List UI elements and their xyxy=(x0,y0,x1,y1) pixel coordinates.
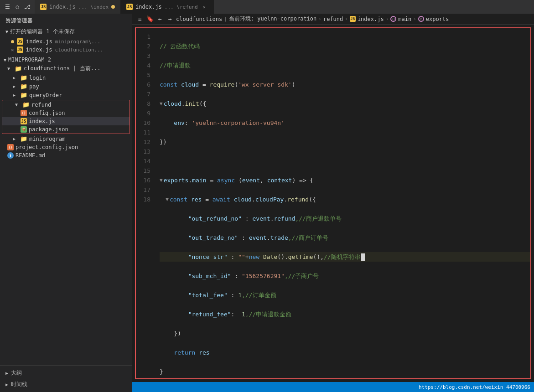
project-arrow: ▼ xyxy=(4,57,6,62)
folder-icon: 📁 xyxy=(15,65,22,72)
back-icon[interactable]: ← xyxy=(156,15,164,23)
file-index-js[interactable]: JS index.js xyxy=(2,117,130,125)
folder-name: cloudfunctions | 当前... xyxy=(24,65,101,72)
breadcrumb-func-icon: ○ xyxy=(390,16,396,22)
folder-icon: 📁 xyxy=(20,74,27,81)
editor-item-miniprogram[interactable]: JS index.js miniprogram\... xyxy=(0,37,132,46)
code-line-7 xyxy=(160,156,530,166)
code-container[interactable]: 1 2 3 4 5 6 7 8 9 10 11 12 13 14 xyxy=(132,25,534,382)
code-editor[interactable]: // 云函数代码 //申请退款 const cloud = require('w… xyxy=(156,28,530,379)
json-file-icon: {} xyxy=(7,144,14,150)
status-right: https://blog.csdn.net/weixin_44700966 xyxy=(419,384,530,390)
file-package-json[interactable]: 📦 package.json xyxy=(2,125,130,134)
project-name: MINIPROGRAM-2 xyxy=(8,57,51,63)
section-arrow: ▼ xyxy=(5,29,8,34)
timeline-panel[interactable]: ▶ 时间线 xyxy=(0,379,132,390)
sidebar: 资源管理器 ▼ 打开的编辑器 1 个未保存 JS index.js minipr… xyxy=(0,14,132,392)
folder-miniprogram[interactable]: ▶ 📁 miniprogram xyxy=(0,134,132,143)
open-editors-title[interactable]: ▼ 打开的编辑器 1 个未保存 xyxy=(0,26,132,37)
tab-index-refund[interactable]: JS index.js ... \refund ✕ xyxy=(121,0,214,14)
folder-name: queryOrder xyxy=(29,92,62,98)
folder-login[interactable]: ▶ 📁 login xyxy=(0,73,132,82)
sidebar-title: 资源管理器 xyxy=(0,14,132,26)
folder-refund[interactable]: ▼ 📁 refund xyxy=(2,100,130,109)
code-content: 1 2 3 4 5 6 7 8 9 10 11 12 13 14 xyxy=(136,28,530,379)
folder-arrow: ▶ xyxy=(13,84,18,89)
tab-bar: JS index.js ... \index JS index.js ... \… xyxy=(35,0,534,14)
tab-js-icon: JS xyxy=(40,4,47,10)
tab-index-miniprogram[interactable]: JS index.js ... \index xyxy=(35,0,121,14)
breadcrumb-refund: refund xyxy=(323,16,343,22)
file-tree: ▼ MINIPROGRAM-2 ▼ 📁 cloudfunctions | 当前.… xyxy=(0,56,132,365)
editor-item-refund[interactable]: ✕ JS index.js cloudfunction... xyxy=(0,46,132,54)
editor-item-name: index.js xyxy=(26,46,52,53)
folder-cloudfunctions[interactable]: ▼ 📁 cloudfunctions | 当前... xyxy=(0,64,132,73)
bookmark-icon[interactable]: 🔖 xyxy=(146,15,154,23)
file-project-config[interactable]: {} project.config.json xyxy=(0,143,132,151)
arrow-icon: ▶ xyxy=(5,371,8,376)
folder-icon: 📁 xyxy=(20,92,27,98)
folder-name: miniprogram xyxy=(29,136,65,142)
code-line-6: }) xyxy=(160,137,530,147)
file-name: package.json xyxy=(29,126,68,133)
open-editors-section: ▼ 打开的编辑器 1 个未保存 JS index.js miniprogram\… xyxy=(0,26,132,54)
editor-item-name: index.js xyxy=(26,38,52,45)
breadcrumb: ≡ 🔖 ← → cloudfunctions | 当前环境: yuelnn-co… xyxy=(132,14,534,25)
project-title[interactable]: ▼ MINIPROGRAM-2 xyxy=(0,56,132,64)
tab-close-button[interactable]: ✕ xyxy=(201,3,208,10)
code-line-15: "refund_fee": 1,//申请退款金额 xyxy=(160,309,530,319)
folder-pay[interactable]: ▶ 📁 pay xyxy=(0,82,132,91)
editor-area: ≡ 🔖 ← → cloudfunctions | 当前环境: yuelnn-co… xyxy=(132,14,534,392)
code-line-4: ▼cloud.init({ xyxy=(160,99,530,108)
folder-name: login xyxy=(29,75,46,81)
tab-path: ... \refund xyxy=(165,4,198,10)
code-line-10: "out_refund_no" : event.refund,//商户退款单号 xyxy=(160,214,530,223)
folder-arrow: ▶ xyxy=(13,93,18,98)
editor-item-path: cloudfunction... xyxy=(55,47,103,53)
file-name: README.md xyxy=(16,152,45,159)
folder-arrow: ▶ xyxy=(13,136,18,141)
code-line-1: // 云函数代码 xyxy=(160,41,530,51)
source-control-icon[interactable]: ⎇ xyxy=(24,3,31,10)
folder-arrow: ▼ xyxy=(7,66,13,71)
code-line-3: const cloud = require('wx-server-sdk') xyxy=(160,80,530,89)
list-icon[interactable]: ≡ xyxy=(136,15,144,23)
refund-highlight-box: ▼ 📁 refund {} config.json JS index.js 📦 … xyxy=(2,100,130,134)
file-config-json[interactable]: {} config.json xyxy=(2,109,130,117)
code-line-11: "out_trade_no" : event.trade,//商户订单号 xyxy=(160,233,530,242)
tab-js-icon: JS xyxy=(126,4,133,10)
code-line-9: ▼const res = await cloud.cloudPay.refund… xyxy=(160,195,530,204)
file-name: config.json xyxy=(29,110,65,116)
file-readme[interactable]: ℹ README.md xyxy=(0,151,132,160)
outline-label: 大纲 xyxy=(11,369,22,377)
folder-arrow: ▶ xyxy=(13,75,18,80)
file-name: index.js xyxy=(29,118,55,124)
code-line-12: "nonce_str" : ""+new Date().getTime(),//… xyxy=(160,252,530,262)
json-file-icon: {} xyxy=(21,110,27,116)
file-name: project.config.json xyxy=(16,144,78,150)
open-editors-label: 打开的编辑器 1 个未保存 xyxy=(10,28,75,36)
code-line-2: //申请退款 xyxy=(160,61,530,70)
search-icon[interactable]: ○ xyxy=(14,3,21,10)
code-line-8: ▼exports.main = async (event, context) =… xyxy=(160,175,530,185)
breadcrumb-exports: exports xyxy=(426,16,449,22)
line-numbers: 1 2 3 4 5 6 7 8 9 10 11 12 13 14 xyxy=(136,28,156,379)
folder-arrow: ▼ xyxy=(15,102,21,107)
forward-icon[interactable]: → xyxy=(166,15,174,23)
timeline-label: 时间线 xyxy=(11,381,27,388)
tab-path: ... \index xyxy=(78,4,109,10)
title-bar-icons: ☰ ○ ⎇ xyxy=(0,3,35,10)
code-line-17: return res xyxy=(160,348,530,357)
folder-icon: 📁 xyxy=(20,83,27,90)
sidebar-bottom: ▶ 大纲 ▶ 时间线 xyxy=(0,365,132,392)
hamburger-icon[interactable]: ☰ xyxy=(4,3,11,10)
code-line-13: "sub_mch_id" : "1562576291",//子商户号 xyxy=(160,271,530,281)
breadcrumb-func-icon-2: ○ xyxy=(418,16,424,22)
folder-queryorder[interactable]: ▶ 📁 queryOrder xyxy=(0,91,132,99)
arrow-icon: ▶ xyxy=(5,382,8,387)
breadcrumb-cloudfunctions: cloudfunctions xyxy=(176,16,222,22)
folder-icon: 📁 xyxy=(20,135,27,142)
js-file-icon: JS xyxy=(17,46,23,53)
outline-panel[interactable]: ▶ 大纲 xyxy=(0,367,132,379)
pkg-file-icon: 📦 xyxy=(21,126,27,133)
